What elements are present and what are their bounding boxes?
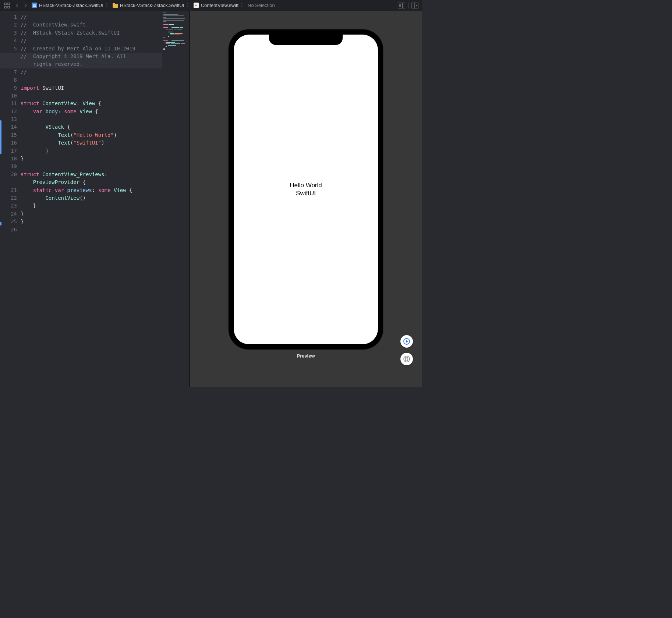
preview-text-2: SwiftUI (290, 189, 322, 198)
svg-rect-11 (403, 3, 405, 8)
go-back-button[interactable] (13, 1, 21, 10)
svg-rect-18 (406, 357, 408, 361)
svg-rect-2 (4, 6, 6, 8)
swift-file-icon (194, 3, 199, 8)
breadcrumb-selection[interactable]: No Selection (248, 3, 275, 8)
breadcrumb-folder[interactable]: HStack-VStack-Zstack.SwiftUI (113, 3, 184, 8)
breadcrumb-separator: 〉 (105, 2, 111, 9)
project-icon: ▦ (32, 3, 37, 8)
live-preview-button[interactable] (400, 335, 413, 348)
svg-text:▦: ▦ (33, 4, 36, 7)
breadcrumb-project-label: HStack-VStack-Zstack.SwiftUI (39, 3, 103, 8)
breadcrumb: ▦ HStack-VStack-Zstack.SwiftUI 〉 HStack-… (32, 2, 396, 9)
svg-rect-3 (8, 6, 10, 8)
code-area[interactable]: //// ContentView.swift// HStack-VStack-Z… (21, 11, 162, 387)
breadcrumb-project[interactable]: ▦ HStack-VStack-Zstack.SwiftUI (32, 3, 103, 8)
device-frame: Hello World SwiftUI (229, 29, 383, 349)
breadcrumb-file-label: ContentView.swift (201, 3, 238, 8)
code-editor[interactable]: 1234567891011121314151617181920212223242… (0, 11, 162, 387)
breadcrumb-file[interactable]: ContentView.swift (194, 3, 238, 8)
device-screen: Hello World SwiftUI (234, 35, 378, 344)
minimap[interactable] (162, 11, 190, 387)
preview-label: Preview (297, 353, 315, 359)
folder-icon (113, 3, 118, 8)
breadcrumb-separator: 〉 (240, 2, 246, 9)
breadcrumb-folder-label: HStack-VStack-Zstack.SwiftUI (120, 3, 184, 8)
add-editor-button[interactable] (411, 3, 419, 8)
adjust-editor-options-button[interactable] (398, 3, 405, 8)
jump-bar: ▦ HStack-VStack-Zstack.SwiftUI 〉 HStack-… (0, 0, 422, 11)
breadcrumb-separator: 〉 (186, 2, 192, 9)
svg-rect-0 (4, 3, 6, 5)
related-items-icon[interactable] (3, 1, 11, 10)
preview-canvas[interactable]: Hello World SwiftUI Preview (190, 11, 422, 387)
svg-rect-1 (8, 3, 10, 5)
go-forward-button[interactable] (21, 1, 29, 10)
device-notch (269, 35, 343, 45)
preview-on-device-button[interactable] (400, 353, 413, 365)
preview-text-1: Hello World (290, 181, 322, 189)
